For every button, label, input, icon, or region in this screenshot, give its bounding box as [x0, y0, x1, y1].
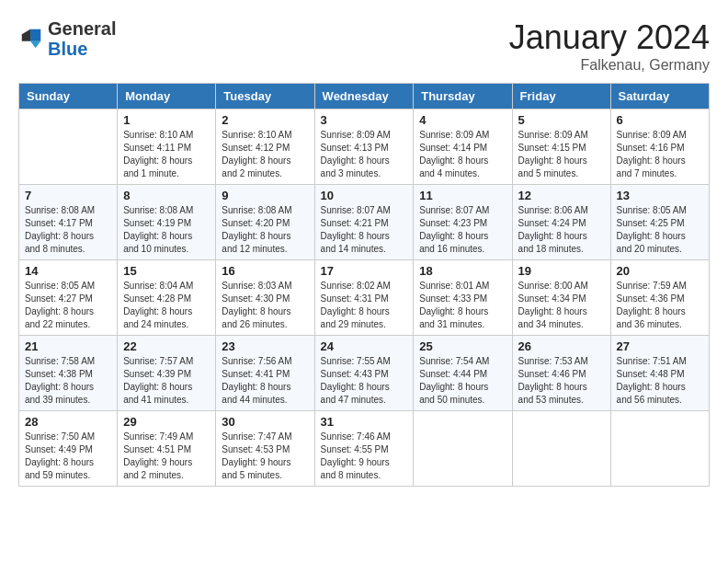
- day-number: 27: [617, 339, 703, 353]
- day-info: Sunrise: 8:05 AM Sunset: 4:27 PM Dayligh…: [25, 280, 111, 331]
- calendar-cell: 30Sunrise: 7:47 AM Sunset: 4:53 PM Dayli…: [216, 411, 314, 487]
- day-info: Sunrise: 7:55 AM Sunset: 4:43 PM Dayligh…: [321, 355, 408, 407]
- calendar-cell: 2Sunrise: 8:10 AM Sunset: 4:12 PM Daylig…: [216, 109, 314, 185]
- logo-icon: [18, 26, 44, 52]
- day-info: Sunrise: 7:57 AM Sunset: 4:39 PM Dayligh…: [123, 355, 210, 407]
- calendar-cell: 7Sunrise: 8:08 AM Sunset: 4:17 PM Daylig…: [19, 185, 118, 260]
- day-number: 3: [321, 113, 408, 127]
- calendar-cell: 29Sunrise: 7:49 AM Sunset: 4:51 PM Dayli…: [118, 411, 216, 487]
- day-number: 6: [617, 113, 703, 127]
- calendar-cell: 14Sunrise: 8:05 AM Sunset: 4:27 PM Dayli…: [19, 260, 118, 336]
- day-number: 4: [419, 113, 506, 127]
- day-info: Sunrise: 8:04 AM Sunset: 4:28 PM Dayligh…: [123, 280, 210, 331]
- day-info: Sunrise: 8:10 AM Sunset: 4:12 PM Dayligh…: [222, 129, 308, 180]
- calendar-week-row: 14Sunrise: 8:05 AM Sunset: 4:27 PM Dayli…: [19, 260, 710, 336]
- day-number: 7: [25, 189, 111, 202]
- calendar-table: SundayMondayTuesdayWednesdayThursdayFrid…: [18, 83, 710, 487]
- day-number: 19: [518, 264, 605, 278]
- day-number: 24: [321, 339, 408, 353]
- title-block: January 2024 Falkenau, Germany: [509, 18, 710, 74]
- calendar-cell: 20Sunrise: 7:59 AM Sunset: 4:36 PM Dayli…: [610, 260, 709, 336]
- calendar-cell: 8Sunrise: 8:08 AM Sunset: 4:19 PM Daylig…: [118, 185, 216, 260]
- day-info: Sunrise: 7:58 AM Sunset: 4:38 PM Dayligh…: [25, 355, 111, 407]
- day-info: Sunrise: 7:54 AM Sunset: 4:44 PM Dayligh…: [419, 355, 506, 407]
- calendar-week-row: 1Sunrise: 8:10 AM Sunset: 4:11 PM Daylig…: [19, 109, 710, 185]
- calendar-week-row: 21Sunrise: 7:58 AM Sunset: 4:38 PM Dayli…: [19, 336, 710, 411]
- logo: General Blue: [18, 18, 116, 59]
- calendar-cell: 6Sunrise: 8:09 AM Sunset: 4:16 PM Daylig…: [610, 109, 709, 185]
- day-number: 14: [25, 264, 111, 278]
- day-info: Sunrise: 7:50 AM Sunset: 4:49 PM Dayligh…: [25, 431, 111, 482]
- calendar-cell: 21Sunrise: 7:58 AM Sunset: 4:38 PM Dayli…: [19, 336, 118, 411]
- day-info: Sunrise: 7:47 AM Sunset: 4:53 PM Dayligh…: [222, 431, 308, 482]
- day-header: Friday: [512, 84, 610, 109]
- day-number: 12: [518, 189, 605, 202]
- calendar-cell: 13Sunrise: 8:05 AM Sunset: 4:25 PM Dayli…: [610, 185, 709, 260]
- day-number: 29: [123, 415, 210, 429]
- svg-marker-2: [22, 29, 30, 41]
- day-number: 26: [518, 339, 605, 353]
- day-number: 15: [123, 264, 210, 278]
- day-info: Sunrise: 8:03 AM Sunset: 4:30 PM Dayligh…: [222, 280, 308, 331]
- calendar-week-row: 28Sunrise: 7:50 AM Sunset: 4:49 PM Dayli…: [19, 411, 710, 487]
- day-info: Sunrise: 8:07 AM Sunset: 4:23 PM Dayligh…: [419, 204, 506, 256]
- day-info: Sunrise: 7:51 AM Sunset: 4:48 PM Dayligh…: [617, 355, 703, 407]
- location: Falkenau, Germany: [509, 57, 710, 74]
- calendar-cell: 26Sunrise: 7:53 AM Sunset: 4:46 PM Dayli…: [512, 336, 610, 411]
- calendar-cell: 25Sunrise: 7:54 AM Sunset: 4:44 PM Dayli…: [414, 336, 512, 411]
- day-info: Sunrise: 8:09 AM Sunset: 4:16 PM Dayligh…: [617, 129, 703, 180]
- calendar-header-row: SundayMondayTuesdayWednesdayThursdayFrid…: [19, 84, 710, 109]
- calendar-cell: 17Sunrise: 8:02 AM Sunset: 4:31 PM Dayli…: [314, 260, 414, 336]
- calendar-cell: 5Sunrise: 8:09 AM Sunset: 4:15 PM Daylig…: [512, 109, 610, 185]
- day-header: Thursday: [414, 84, 512, 109]
- day-info: Sunrise: 8:08 AM Sunset: 4:17 PM Dayligh…: [25, 204, 111, 256]
- day-number: 21: [25, 339, 111, 353]
- day-info: Sunrise: 8:05 AM Sunset: 4:25 PM Dayligh…: [617, 204, 703, 256]
- calendar-cell: 12Sunrise: 8:06 AM Sunset: 4:24 PM Dayli…: [512, 185, 610, 260]
- calendar-cell: 27Sunrise: 7:51 AM Sunset: 4:48 PM Dayli…: [610, 336, 709, 411]
- day-info: Sunrise: 8:09 AM Sunset: 4:13 PM Dayligh…: [321, 129, 408, 180]
- logo-blue: Blue: [48, 39, 116, 59]
- day-info: Sunrise: 8:01 AM Sunset: 4:33 PM Dayligh…: [419, 280, 506, 331]
- logo-general: General: [48, 18, 116, 39]
- calendar-cell: 28Sunrise: 7:50 AM Sunset: 4:49 PM Dayli…: [19, 411, 118, 487]
- calendar-cell: 24Sunrise: 7:55 AM Sunset: 4:43 PM Dayli…: [314, 336, 414, 411]
- calendar-cell: [414, 411, 512, 487]
- svg-marker-1: [30, 41, 40, 48]
- logo-text: General Blue: [48, 18, 116, 59]
- day-number: 25: [419, 339, 506, 353]
- day-header: Sunday: [19, 84, 118, 109]
- day-info: Sunrise: 7:59 AM Sunset: 4:36 PM Dayligh…: [617, 280, 703, 331]
- calendar-cell: 1Sunrise: 8:10 AM Sunset: 4:11 PM Daylig…: [118, 109, 216, 185]
- calendar-cell: 31Sunrise: 7:46 AM Sunset: 4:55 PM Dayli…: [314, 411, 414, 487]
- calendar-cell: 22Sunrise: 7:57 AM Sunset: 4:39 PM Dayli…: [118, 336, 216, 411]
- calendar-cell: [19, 109, 118, 185]
- day-number: 28: [25, 415, 111, 429]
- calendar-week-row: 7Sunrise: 8:08 AM Sunset: 4:17 PM Daylig…: [19, 185, 710, 260]
- day-number: 9: [222, 189, 308, 202]
- calendar-cell: 16Sunrise: 8:03 AM Sunset: 4:30 PM Dayli…: [216, 260, 314, 336]
- day-number: 1: [123, 113, 210, 127]
- day-number: 8: [123, 189, 210, 202]
- day-number: 13: [617, 189, 703, 202]
- day-number: 2: [222, 113, 308, 127]
- day-info: Sunrise: 8:07 AM Sunset: 4:21 PM Dayligh…: [321, 204, 408, 256]
- day-number: 30: [222, 415, 308, 429]
- day-header: Monday: [118, 84, 216, 109]
- day-number: 31: [321, 415, 408, 429]
- day-info: Sunrise: 8:09 AM Sunset: 4:15 PM Dayligh…: [518, 129, 605, 180]
- day-info: Sunrise: 8:10 AM Sunset: 4:11 PM Dayligh…: [123, 129, 210, 180]
- day-info: Sunrise: 7:53 AM Sunset: 4:46 PM Dayligh…: [518, 355, 605, 407]
- day-info: Sunrise: 8:09 AM Sunset: 4:14 PM Dayligh…: [419, 129, 506, 180]
- day-number: 20: [617, 264, 703, 278]
- calendar-cell: [512, 411, 610, 487]
- calendar-cell: 18Sunrise: 8:01 AM Sunset: 4:33 PM Dayli…: [414, 260, 512, 336]
- day-info: Sunrise: 8:06 AM Sunset: 4:24 PM Dayligh…: [518, 204, 605, 256]
- calendar-cell: 19Sunrise: 8:00 AM Sunset: 4:34 PM Dayli…: [512, 260, 610, 336]
- svg-marker-0: [30, 29, 40, 41]
- day-number: 17: [321, 264, 408, 278]
- day-header: Tuesday: [216, 84, 314, 109]
- calendar-cell: 15Sunrise: 8:04 AM Sunset: 4:28 PM Dayli…: [118, 260, 216, 336]
- day-info: Sunrise: 8:08 AM Sunset: 4:20 PM Dayligh…: [222, 204, 308, 256]
- day-info: Sunrise: 7:49 AM Sunset: 4:51 PM Dayligh…: [123, 431, 210, 482]
